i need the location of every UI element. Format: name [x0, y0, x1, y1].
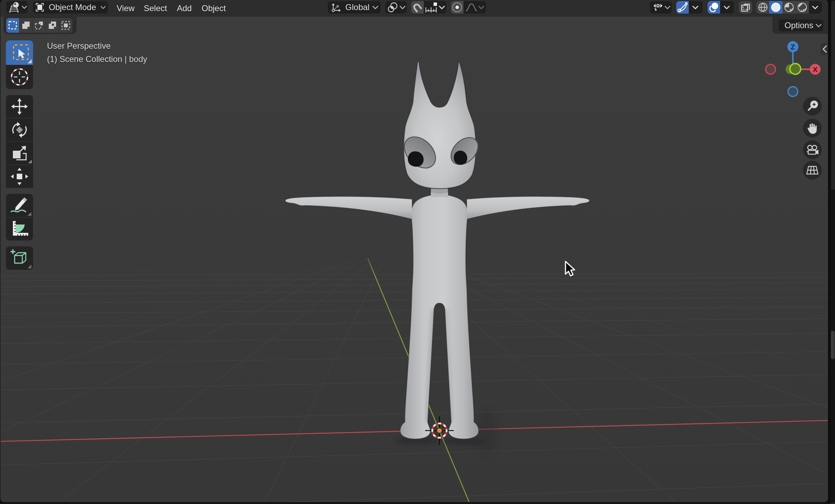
svg-text:X: X — [813, 65, 818, 73]
svg-text:Z: Z — [791, 43, 795, 51]
